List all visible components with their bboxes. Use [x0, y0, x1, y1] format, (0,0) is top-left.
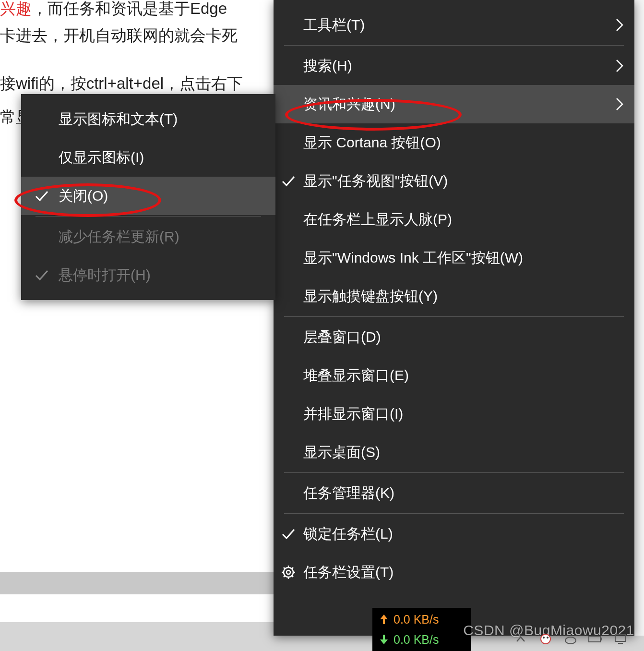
menu-item-search[interactable]: 搜索(H)	[274, 47, 634, 85]
menu-item-label: 搜索(H)	[303, 56, 352, 76]
menu-item-news-and-interests[interactable]: 资讯和兴趣(N)	[274, 85, 634, 123]
menu-item-show-people[interactable]: 在任务栏上显示人脉(P)	[274, 200, 634, 239]
bg-text-line2: 卡进去，开机自动联网的就会卡死	[0, 25, 238, 47]
svg-point-13	[565, 637, 576, 644]
menu-item-toolbars[interactable]: 工具栏(T)	[274, 6, 634, 44]
menu-separator	[284, 472, 624, 473]
check-icon	[279, 172, 298, 190]
taskbar-context-menu: 工具栏(T) 搜索(H) 资讯和兴趣(N) 显示 Cortana 按钮(O)	[274, 0, 634, 636]
network-download-row: 0.0 KB/s	[379, 629, 471, 650]
menu-item-label: 任务管理器(K)	[303, 483, 394, 503]
svg-rect-14	[589, 636, 600, 642]
submenu-item-turn-off[interactable]: 关闭(O)	[21, 177, 275, 215]
page-background: 兴趣，而任务和资讯是基于Edge 卡进去，开机自动联网的就会卡死 接wifi的，…	[0, 0, 644, 651]
chevron-right-icon	[615, 97, 624, 111]
svg-point-1	[286, 570, 290, 574]
submenu-item-open-on-hover: 悬停时打开(H)	[21, 256, 275, 294]
taskbar-white-edge	[634, 0, 644, 636]
menu-item-label: 并排显示窗口(I)	[303, 404, 403, 424]
tray-network-icon[interactable]	[613, 632, 628, 646]
bg-text-highlight: 兴趣	[0, 0, 32, 17]
menu-item-task-manager[interactable]: 任务管理器(K)	[274, 474, 634, 512]
menu-item-label: 显示 Cortana 按钮(O)	[303, 133, 441, 153]
menu-item-label: 显示图标和文本(T)	[59, 109, 178, 129]
menu-item-label: 关闭(O)	[59, 186, 108, 206]
svg-line-9	[284, 576, 285, 577]
tray-weather-icon[interactable]	[563, 632, 578, 646]
menu-item-label: 堆叠显示窗口(E)	[303, 366, 409, 386]
submenu-item-show-icon-only[interactable]: 仅显示图标(I)	[21, 138, 275, 177]
menu-item-label: 显示桌面(S)	[303, 443, 380, 462]
check-icon	[33, 266, 51, 284]
svg-line-8	[292, 567, 293, 569]
menu-item-lock-taskbar[interactable]: 锁定任务栏(L)	[274, 515, 634, 553]
menu-item-label: 减少任务栏更新(R)	[59, 227, 179, 247]
taskbar-tray	[513, 627, 628, 651]
chevron-right-icon	[615, 18, 624, 32]
submenu-item-show-icon-and-text[interactable]: 显示图标和文本(T)	[21, 100, 275, 138]
menu-item-show-task-view[interactable]: 显示"任务视图"按钮(V)	[274, 162, 634, 200]
menu-item-label: 工具栏(T)	[303, 15, 365, 35]
menu-item-label: 任务栏设置(T)	[303, 563, 394, 582]
network-upload-value: 0.0 KB/s	[394, 613, 439, 627]
tray-battery-icon[interactable]	[588, 632, 603, 646]
svg-rect-15	[601, 638, 602, 640]
menu-item-stack-windows[interactable]: 堆叠显示窗口(E)	[274, 356, 634, 395]
network-speed-widget[interactable]: 0.0 KB/s 0.0 KB/s	[372, 608, 471, 651]
menu-separator	[284, 513, 624, 514]
tray-chat-icon[interactable]	[538, 632, 553, 646]
menu-item-side-by-side-windows[interactable]: 并排显示窗口(I)	[274, 395, 634, 433]
svg-rect-16	[615, 635, 626, 641]
svg-line-7	[292, 576, 293, 577]
menu-item-show-touch-keyboard[interactable]: 显示触摸键盘按钮(Y)	[274, 277, 634, 315]
menu-separator	[284, 316, 624, 317]
menu-item-show-desktop[interactable]: 显示桌面(S)	[274, 433, 634, 471]
check-icon	[33, 187, 51, 205]
svg-point-12	[547, 637, 549, 639]
menu-item-label: 悬停时打开(H)	[59, 265, 151, 285]
menu-item-cascade-windows[interactable]: 层叠窗口(D)	[274, 318, 634, 356]
network-download-value: 0.0 KB/s	[394, 633, 439, 647]
menu-item-label: 显示"Windows Ink 工作区"按钮(W)	[303, 248, 523, 268]
menu-item-label: 资讯和兴趣(N)	[303, 95, 395, 114]
menu-item-show-windows-ink[interactable]: 显示"Windows Ink 工作区"按钮(W)	[274, 239, 634, 277]
arrow-down-icon	[379, 634, 389, 645]
svg-point-10	[541, 634, 550, 644]
bg-text-line1: 兴趣，而任务和资讯是基于Edge	[0, 0, 227, 20]
svg-point-11	[543, 637, 545, 639]
news-interests-submenu: 显示图标和文本(T) 仅显示图标(I) 关闭(O) 减少任务栏更新(R) 悬停时…	[21, 94, 275, 300]
arrow-up-icon	[379, 614, 389, 625]
menu-item-label: 层叠窗口(D)	[303, 327, 381, 347]
menu-item-label: 仅显示图标(I)	[59, 148, 144, 168]
menu-separator	[284, 45, 624, 46]
menu-separator	[36, 216, 261, 217]
menu-item-show-cortana[interactable]: 显示 Cortana 按钮(O)	[274, 123, 634, 162]
svg-line-6	[284, 567, 285, 569]
bg-text-line3: 接wifi的，按ctrl+alt+del，点击右下	[0, 73, 243, 95]
tray-chevron-up-icon[interactable]	[513, 632, 528, 646]
submenu-item-reduce-updates: 减少任务栏更新(R)	[21, 217, 275, 256]
network-upload-row: 0.0 KB/s	[379, 609, 471, 629]
check-icon	[279, 525, 298, 543]
menu-item-taskbar-settings[interactable]: 任务栏设置(T)	[274, 553, 634, 591]
menu-item-label: 在任务栏上显示人脉(P)	[303, 210, 452, 229]
gear-icon	[279, 563, 298, 581]
menu-item-label: 显示触摸键盘按钮(Y)	[303, 287, 438, 306]
menu-item-label: 锁定任务栏(L)	[303, 524, 393, 544]
menu-item-label: 显示"任务视图"按钮(V)	[303, 171, 448, 191]
chevron-right-icon	[615, 59, 624, 72]
